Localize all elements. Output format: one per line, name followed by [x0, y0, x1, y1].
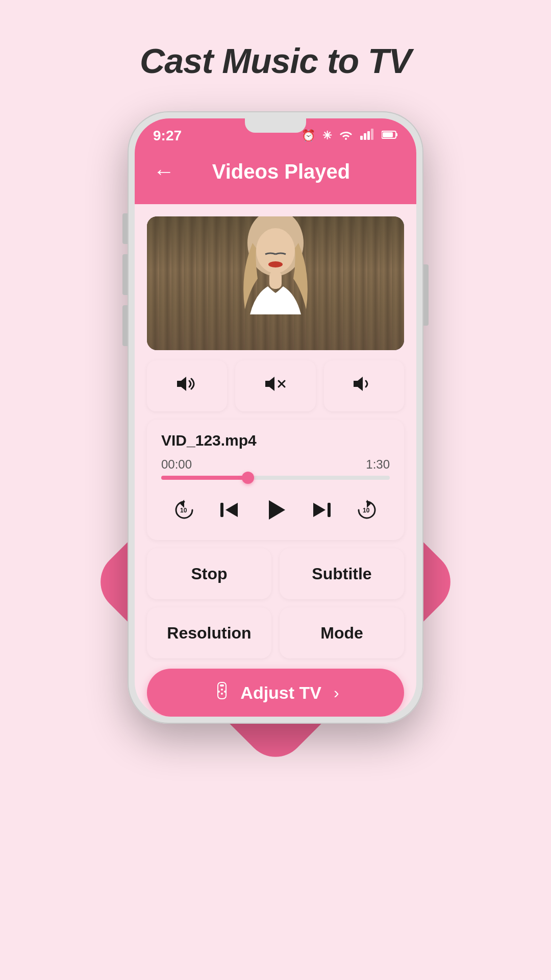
stop-button[interactable]: Stop — [147, 548, 271, 599]
side-button-vol-up — [122, 254, 128, 295]
mode-button[interactable]: Mode — [280, 607, 404, 658]
back-button[interactable]: ← — [153, 159, 174, 184]
svg-point-27 — [224, 691, 226, 693]
video-thumbnail-container[interactable] — [147, 216, 404, 350]
remote-icon — [212, 680, 232, 705]
svg-rect-9 — [269, 271, 282, 289]
volume-mute-button[interactable] — [235, 360, 315, 411]
side-button-mute — [122, 213, 128, 244]
adjust-tv-button[interactable]: Adjust TV › — [147, 669, 404, 717]
skip-forward-button[interactable] — [304, 492, 339, 528]
svg-point-10 — [268, 261, 283, 267]
page-title: Cast Music to TV — [140, 41, 411, 81]
volume-increase-button[interactable] — [147, 360, 227, 411]
progress-bar[interactable] — [161, 476, 390, 480]
adjust-tv-label: Adjust TV — [240, 683, 321, 703]
app-header: ← Videos Played — [135, 149, 416, 204]
svg-rect-5 — [383, 132, 393, 137]
side-button-vol-down — [122, 305, 128, 346]
svg-point-24 — [221, 689, 223, 691]
volume-up-icon — [176, 375, 198, 398]
time-row: 00:00 1:30 — [161, 457, 390, 472]
adjust-tv-arrow-icon: › — [334, 683, 339, 702]
progress-fill — [161, 476, 248, 480]
action-buttons-grid: Stop Subtitle Resolution Mode — [147, 548, 404, 658]
wifi-icon — [339, 129, 353, 143]
svg-text:10: 10 — [180, 507, 187, 514]
resolution-button[interactable]: Resolution — [147, 607, 271, 658]
volume-down-icon — [353, 375, 375, 398]
svg-rect-6 — [396, 133, 397, 136]
volume-controls — [135, 350, 416, 411]
forward-10-button[interactable]: 10 — [349, 492, 385, 528]
battery-icon — [382, 129, 398, 142]
bluetooth-icon: ✳ — [322, 129, 332, 142]
status-icons: ⏰ ✳ — [302, 129, 398, 143]
phone-notch — [245, 118, 306, 133]
subtitle-button[interactable]: Subtitle — [280, 548, 404, 599]
svg-marker-19 — [313, 503, 325, 517]
signal-icon — [360, 129, 374, 143]
svg-rect-18 — [328, 503, 331, 517]
status-time: 9:27 — [153, 128, 182, 144]
total-time: 1:30 — [366, 457, 390, 472]
phone-mockup: 9:27 ⏰ ✳ — [128, 111, 423, 724]
video-filename: VID_123.mp4 — [161, 432, 390, 449]
playback-controls: 10 — [161, 492, 390, 528]
progress-thumb[interactable] — [242, 472, 254, 484]
svg-rect-15 — [220, 503, 223, 517]
svg-rect-2 — [367, 131, 370, 140]
svg-point-26 — [218, 691, 220, 693]
header-title: Videos Played — [185, 160, 378, 183]
svg-marker-16 — [226, 503, 238, 517]
video-thumbnail — [147, 216, 404, 350]
player-card: VID_123.mp4 00:00 1:30 — [147, 420, 404, 540]
svg-rect-1 — [364, 133, 366, 140]
svg-rect-0 — [360, 136, 363, 140]
svg-marker-17 — [269, 500, 285, 520]
alarm-icon: ⏰ — [302, 129, 315, 142]
svg-text:10: 10 — [363, 507, 370, 514]
play-button[interactable] — [258, 492, 293, 528]
volume-decrease-button[interactable] — [324, 360, 404, 411]
skip-back-button[interactable] — [212, 492, 247, 528]
current-time: 00:00 — [161, 457, 192, 472]
svg-point-25 — [221, 693, 223, 695]
rewind-10-button[interactable]: 10 — [166, 492, 202, 528]
volume-mute-icon — [264, 375, 287, 398]
svg-rect-23 — [220, 684, 224, 687]
side-button-power — [423, 264, 429, 326]
svg-rect-3 — [371, 129, 373, 140]
woman-figure — [224, 216, 327, 350]
